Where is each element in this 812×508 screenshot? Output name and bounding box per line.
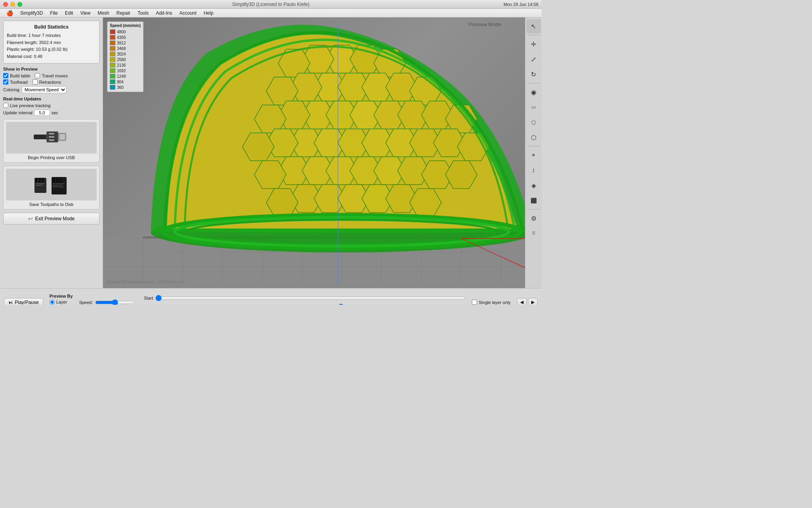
- close-button[interactable]: [3, 2, 8, 7]
- menu-mesh[interactable]: Mesh: [94, 10, 112, 17]
- exit-preview-button[interactable]: ↩ Exit Preview Mode: [3, 213, 100, 225]
- menu-help[interactable]: Help: [201, 10, 217, 17]
- toolbar-separator-1: [528, 35, 540, 35]
- speed-row: Speed:: [79, 299, 135, 305]
- build-stats-content: Build time: 1 hour 7 minutes Filament le…: [7, 32, 96, 60]
- 3d-view-button[interactable]: ◉: [527, 85, 541, 99]
- speed-slider[interactable]: [95, 299, 135, 305]
- menu-file[interactable]: File: [47, 10, 61, 17]
- toolbar-separator-4: [528, 209, 540, 210]
- svg-rect-13: [36, 183, 44, 184]
- coloring-dropdown[interactable]: Movement Speed: [22, 86, 67, 93]
- end-slider[interactable]: [155, 304, 465, 305]
- 3d-print-visualization: [103, 17, 525, 288]
- menu-view[interactable]: View: [77, 10, 94, 17]
- svg-rect-14: [36, 185, 43, 186]
- menu-repair[interactable]: Repair: [113, 10, 134, 17]
- time-display: Mon 29 Jun 14:58: [504, 2, 538, 7]
- toolhead-row: Toolhead Retractions: [3, 79, 100, 85]
- left-panel: Build Statistics Build time: 1 hour 7 mi…: [0, 17, 103, 288]
- rotate-tool-button[interactable]: ↻: [527, 67, 541, 81]
- toolhead-checkbox[interactable]: [3, 79, 8, 85]
- show-in-preview-section: Show in Preview Build table Travel moves…: [3, 67, 100, 93]
- build-table-checkbox[interactable]: [3, 73, 8, 78]
- next-frame-button[interactable]: ▶: [528, 298, 538, 305]
- svg-rect-4: [49, 136, 54, 138]
- exit-preview-label: Exit Preview Mode: [35, 216, 75, 221]
- toolbar-separator-2: [528, 83, 540, 83]
- retractions-checkbox[interactable]: [33, 79, 38, 85]
- start-label: Start: [141, 296, 153, 300]
- svg-rect-11: [38, 178, 41, 183]
- svg-rect-19: [53, 183, 65, 184]
- prev-frame-button[interactable]: ◀: [517, 298, 527, 305]
- viewport[interactable]: Speed (mm/min) 4800 4356 3912 3468 3024: [103, 17, 525, 288]
- filament-length: Filament length: 3502.4 mm: [7, 39, 96, 46]
- settings-button[interactable]: ⚙: [527, 211, 541, 225]
- obj-button[interactable]: ◈: [527, 178, 541, 192]
- fit-tool-button[interactable]: ⤢: [527, 52, 541, 66]
- update-interval-unit: sec: [52, 110, 58, 115]
- travel-moves-label[interactable]: Travel moves: [35, 73, 68, 78]
- maximize-button[interactable]: [17, 2, 22, 7]
- top-view-button[interactable]: ▢: [527, 115, 541, 129]
- front-view-button[interactable]: ▭: [527, 100, 541, 114]
- update-interval-label: Update interval: [3, 110, 33, 115]
- build-table-label[interactable]: Build table: [3, 73, 30, 78]
- play-pause-button[interactable]: ⏯ Play/Pause: [4, 298, 43, 305]
- layer-radio-label[interactable]: Layer: [56, 300, 67, 304]
- svg-rect-10: [35, 178, 38, 183]
- start-slider[interactable]: [155, 295, 465, 301]
- exit-arrow-icon: ↩: [28, 216, 33, 222]
- iso-view-button[interactable]: ⬡: [527, 130, 541, 144]
- start-end-section: Start End: [141, 295, 465, 305]
- speed-label: Speed:: [79, 300, 93, 305]
- svg-rect-17: [56, 177, 59, 183]
- single-layer-label[interactable]: Single layer only: [479, 300, 511, 305]
- update-interval-input[interactable]: [34, 110, 50, 116]
- disk-button-label: Save Toolpaths to Disk: [29, 202, 74, 207]
- travel-moves-checkbox[interactable]: [35, 73, 40, 78]
- svg-rect-5: [49, 139, 54, 141]
- controls-row: ⏯ Play/Pause Preview By Layer Line Speed…: [0, 292, 542, 305]
- retractions-label[interactable]: Retractions: [33, 79, 61, 85]
- end-row: End: [141, 304, 465, 305]
- play-pause-icon: ⏯: [8, 300, 13, 305]
- svg-rect-16: [52, 177, 55, 183]
- pan-tool-button[interactable]: ✛: [527, 37, 541, 51]
- preview-by-section: Preview By Layer Line: [50, 294, 73, 305]
- select-tool-button[interactable]: ↖: [527, 19, 541, 33]
- usb-print-card[interactable]: Begin Printing over USB: [3, 119, 100, 163]
- grid-button[interactable]: ⠿: [527, 226, 541, 241]
- start-row: Start: [141, 295, 465, 301]
- disk-save-card[interactable]: Save Toolpaths to Disk: [3, 166, 100, 210]
- svg-rect-0: [34, 135, 48, 139]
- menu-simplify3d[interactable]: Simplify3D: [17, 10, 46, 17]
- toolhead-label[interactable]: Toolhead: [3, 79, 28, 85]
- minimize-button[interactable]: [10, 2, 15, 7]
- play-pause-label: Play/Pause: [15, 300, 39, 305]
- menu-edit[interactable]: Edit: [62, 10, 77, 17]
- build-stats-title: Build Statistics: [7, 24, 96, 30]
- svg-rect-18: [59, 177, 62, 183]
- single-layer-checkbox[interactable]: [472, 300, 477, 305]
- menu-apple[interactable]: 🍎: [3, 9, 16, 17]
- menu-tools[interactable]: Tools: [134, 10, 152, 17]
- titlebar: Simplify3D (Licensed to Paulo Kiefe) Mon…: [0, 0, 542, 9]
- menu-account[interactable]: Account: [176, 10, 199, 17]
- menu-addins[interactable]: Add-Ins: [153, 10, 175, 17]
- main-area: Build Statistics Build time: 1 hour 7 mi…: [0, 17, 542, 288]
- y-axis-button[interactable]: ↕: [527, 163, 541, 177]
- axes-button[interactable]: ⌖: [527, 148, 541, 162]
- live-tracking-checkbox[interactable]: [3, 103, 8, 108]
- material-cost: Material cost: 0.48: [7, 53, 96, 60]
- build-table-row: Build table Travel moves: [3, 73, 100, 78]
- svg-rect-12: [42, 178, 44, 183]
- usb-button-label: Begin Printing over USB: [28, 155, 75, 160]
- live-tracking-label[interactable]: Live preview tracking: [3, 103, 100, 108]
- cube-button[interactable]: ⬛: [527, 193, 541, 208]
- svg-rect-20: [53, 185, 62, 186]
- layer-radio[interactable]: [50, 300, 55, 305]
- end-label: End: [141, 304, 153, 305]
- window-controls: [0, 2, 22, 7]
